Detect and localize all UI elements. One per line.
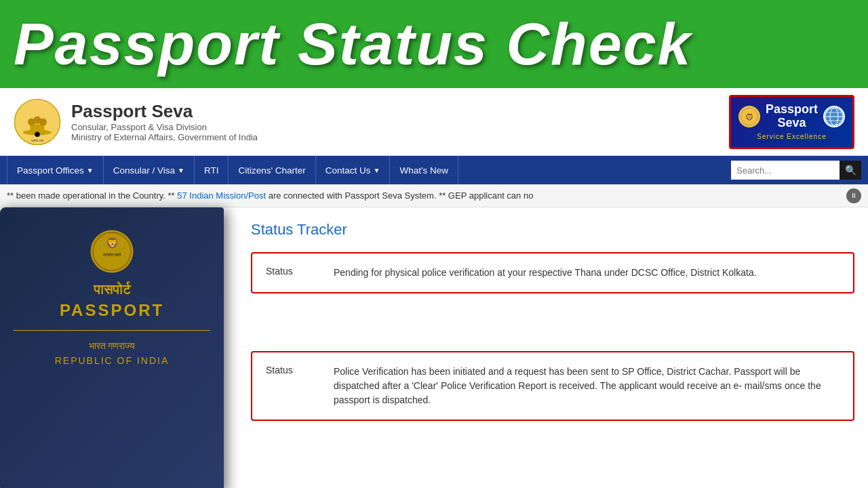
badge-subtitle: Service Excellence xyxy=(757,133,826,140)
svg-text:सत्यमेव जयते: सत्यमेव जयते xyxy=(102,252,122,257)
status-card-1: Status Pending for physical police verif… xyxy=(251,252,854,293)
navbar: Passport Offices ▼ Consular / Visa ▼ RTI… xyxy=(0,156,868,184)
header-badge: 🦁 Passport Seva xyxy=(729,95,854,149)
status-value-2: Police Verification has been initiated a… xyxy=(334,365,840,407)
header: सत्यमेव जयते Passport Seva Consular, Pas… xyxy=(0,88,868,156)
passport-country: भारत गणराज्य REPUBLIC OF INDIA xyxy=(14,330,210,366)
status-card-2: Status Police Verification has been init… xyxy=(251,351,854,421)
search-button[interactable]: 🔍 xyxy=(840,161,861,180)
passport-hindi-title: पासपोर्ट xyxy=(14,282,210,298)
nav-item-whats-new[interactable]: What's New xyxy=(390,156,458,184)
nav-items: Passport Offices ▼ Consular / Visa ▼ RTI… xyxy=(7,156,724,184)
status-card-1-row: Status Pending for physical police verif… xyxy=(266,266,840,280)
nav-search: 🔍 xyxy=(731,161,861,180)
page-wrapper: Passport Status Check सत्यमेव जयते Passp… xyxy=(0,0,868,488)
spacer xyxy=(251,310,854,351)
status-tracker-area: Status Tracker Status Pending for physic… xyxy=(237,207,868,455)
svg-text:🦁: 🦁 xyxy=(745,113,754,121)
passport-cover: 🦁 सत्यमेव जयते पासपोर्ट PASSPORT भारत गण… xyxy=(0,207,224,380)
passport-emblem: 🦁 सत्यमेव जयते xyxy=(88,228,136,275)
badge-text: Passport xyxy=(766,103,818,117)
status-card-2-row: Status Police Verification has been init… xyxy=(266,365,840,407)
nav-item-consular-visa[interactable]: Consular / Visa ▼ xyxy=(104,156,195,184)
ticker-link[interactable]: 57 Indian Mission/Post xyxy=(177,190,266,201)
nav-item-passport-offices[interactable]: Passport Offices ▼ xyxy=(7,156,104,184)
government-emblem-icon: सत्यमेव जयते xyxy=(14,98,61,146)
passport-english-title: PASSPORT xyxy=(14,301,210,320)
svg-point-6 xyxy=(35,131,40,136)
status-label-1: Status xyxy=(266,266,320,277)
globe-icon xyxy=(823,106,845,127)
svg-point-15 xyxy=(91,230,134,273)
dropdown-arrow-icon: ▼ xyxy=(374,167,380,174)
status-value-1: Pending for physical police verification… xyxy=(334,266,757,280)
main-area: 🦁 सत्यमेव जयते पासपोर्ट PASSPORT भारत गण… xyxy=(0,207,868,455)
nav-item-rti[interactable]: RTI xyxy=(195,156,229,184)
status-label-2: Status xyxy=(266,365,320,375)
svg-text:सत्यमेव जयते: सत्यमेव जयते xyxy=(31,139,44,142)
ticker: ** been made operational in the Country.… xyxy=(0,184,868,207)
badge-top: 🦁 Passport Seva xyxy=(738,103,845,130)
banner-title: Passport Status Check xyxy=(14,9,692,79)
badge-text2: Seva xyxy=(777,117,806,130)
nav-item-contact-us[interactable]: Contact Us ▼ xyxy=(316,156,391,184)
status-tracker-title: Status Tracker xyxy=(251,221,854,239)
svg-point-5 xyxy=(33,116,41,123)
passport-hindi2: भारत गणराज्य xyxy=(14,341,210,352)
top-banner: Passport Status Check xyxy=(0,0,868,88)
svg-text:🦁: 🦁 xyxy=(106,237,119,249)
dropdown-arrow-icon: ▼ xyxy=(178,167,184,174)
badge-logo: 🦁 xyxy=(738,106,760,127)
dropdown-arrow-icon: ▼ xyxy=(87,167,94,174)
passport-book: 🦁 सत्यमेव जयते पासपोर्ट PASSPORT भारत गण… xyxy=(0,207,224,488)
ticker-pause-button[interactable]: ⏸ xyxy=(846,188,861,203)
nav-item-citizens-charter[interactable]: Citizens' Charter xyxy=(229,156,315,184)
ticker-text: ** been made operational in the Country.… xyxy=(7,190,533,201)
search-input[interactable] xyxy=(731,161,840,180)
badge-inner: 🦁 Passport Seva xyxy=(738,103,845,140)
passport-english2: REPUBLIC OF INDIA xyxy=(14,355,210,366)
